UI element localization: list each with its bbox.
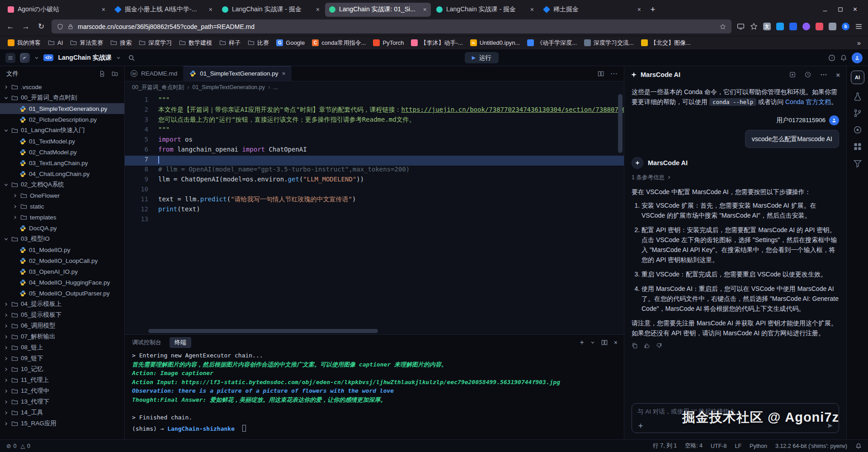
tree-item[interactable]: .vscode [0,81,124,92]
send-icon[interactable] [827,423,833,429]
bookmark-item[interactable]: 我的博客 [5,38,44,48]
minimize-icon[interactable] [822,7,828,12]
bookmark-item[interactable]: 搜索 [107,38,135,48]
flask-icon[interactable] [853,92,862,101]
tree-item[interactable]: OneFlower [0,190,124,201]
chevron-icon[interactable] [4,302,9,307]
tree-item[interactable]: 11_代理上 [0,375,124,385]
help-icon[interactable]: ? [828,54,835,62]
indentation[interactable]: 空格: 4 [685,442,703,450]
tree-item[interactable]: 09_链下 [0,353,124,364]
search-icon[interactable] [128,54,135,62]
tree-item[interactable]: 03_TextLangChain.py [0,157,124,168]
split-editor-icon[interactable] [598,71,604,77]
chevron-icon[interactable] [4,182,9,187]
chevron-down-icon[interactable] [34,56,39,60]
editor-tab[interactable]: 01_SimpleTextGeneration.py× [184,66,292,81]
chevron-icon[interactable] [4,389,9,394]
chevron-icon[interactable] [4,324,9,328]
tab-close-icon[interactable]: × [102,6,105,13]
thumbs-up-icon[interactable] [644,343,650,349]
chevron-icon[interactable] [4,421,9,426]
tree-item[interactable]: 03_模型IO [0,233,124,244]
tree-item[interactable]: 06_调用模型 [0,320,124,331]
new-file-icon[interactable] [99,71,105,77]
browser-tab[interactable]: 掘金小册上线 AI练中学-...× [111,3,217,17]
conda-docs-link[interactable]: Conda 官方文档 [785,98,831,105]
profile-avatar[interactable]: b [842,23,849,30]
maximize-icon[interactable] [838,7,843,12]
source-control-icon[interactable] [853,109,862,118]
star-extension-icon[interactable] [750,23,758,30]
chevron-icon[interactable] [4,345,9,350]
browser-tab[interactable]: LangChain 实战课: 01_Si...× [325,3,431,17]
tab-close-icon[interactable]: × [282,70,286,77]
bookmark-item[interactable]: 算法竞赛 [67,38,106,48]
python-interpreter[interactable]: 3.12.2 64-bit ('shims': pyenv) [775,443,847,449]
browser-tab[interactable]: LangChain 实战课 - 掘金× [218,3,324,17]
tree-item[interactable]: templates [0,212,124,223]
tree-item[interactable]: 02_ChatModel.py [0,147,124,157]
menu-icon[interactable] [855,23,863,30]
tree-item[interactable]: 02_PictureDescription.py [0,114,124,125]
problems-indicator[interactable]: ⊘ 0 △ 0 [6,442,30,449]
new-folder-icon[interactable] [112,71,118,77]
breadcrumb-item[interactable]: ... [273,84,278,90]
screenshot-icon[interactable] [737,23,745,30]
user-avatar[interactable] [852,52,863,63]
history-icon[interactable] [805,71,811,78]
bookmark-item[interactable]: 【北交】图像... [638,38,694,48]
chevron-icon[interactable] [4,378,9,383]
bookmarks-overflow-icon[interactable]: » [854,39,863,47]
bookmark-item[interactable]: 深度学习 [136,38,175,48]
ai-conversation[interactable]: 这些是一些基本的 Conda 命令，它们可以帮助你管理包和环境。如果你需要更详细… [624,83,846,400]
bookmark-item[interactable]: ∞Untitled0.ipyn... [467,38,524,48]
tab-close-icon[interactable]: × [423,6,427,13]
shield-icon[interactable] [57,24,63,30]
vertical-scrollbar[interactable] [618,94,623,153]
tree-item[interactable]: 01_LangChain快速入门 [0,125,124,136]
bookmark-item[interactable]: 比赛 [245,38,272,48]
notifications-bell-icon[interactable] [855,443,862,449]
bookmark-item[interactable]: 深度学习交流... [581,38,637,48]
run-button[interactable]: ▶ 运行 [465,52,499,63]
code-editor[interactable]: 1"""2本文件是【开篇词｜带你亲证AI应用开发的"奇点"时刻】章节的配套代码，… [125,93,624,334]
bookmark-star-icon[interactable] [720,24,726,30]
tree-item[interactable]: 05_提示模板下 [0,309,124,320]
new-tab-button[interactable]: + [646,3,659,16]
bookmark-item[interactable]: 样子 [216,38,244,48]
terminal-dropdown-icon[interactable] [590,340,595,345]
bookmark-item[interactable]: PyTorch [370,38,407,48]
chevron-icon[interactable] [13,193,18,198]
grid-icon[interactable] [853,142,862,151]
tree-item[interactable]: 00_开篇词_奇点时刻 [0,92,124,103]
marscode-ide-logo[interactable] [20,53,30,63]
thumbs-down-icon[interactable] [656,343,662,349]
tree-item[interactable]: 13_代理下 [0,396,124,407]
more-actions-icon[interactable]: ⋯ [610,69,618,78]
tab-close-icon[interactable]: × [209,6,212,13]
url-bar[interactable]: marscode.cn/course/36l5j80862r545?code_p… [52,19,731,33]
tab-close-icon[interactable]: × [637,6,641,13]
bookmark-item[interactable]: 数学建模 [176,38,215,48]
terminal-output[interactable]: > Entering new AgentExecutor chain...首先需… [125,350,624,439]
filter-icon[interactable] [853,159,862,168]
puzzle-icon[interactable] [829,23,836,30]
split-terminal-icon[interactable] [601,339,608,346]
tab-close-icon[interactable]: × [316,6,320,13]
tree-item[interactable]: 02_ModelIO_LoopCall.py [0,255,124,266]
language-mode[interactable]: Python [750,443,767,449]
tree-item[interactable]: 12_代理中 [0,385,124,396]
close-window-icon[interactable]: × [853,5,857,14]
chevron-icon[interactable] [4,237,9,242]
bookmark-item[interactable]: AI [45,38,66,48]
bookmark-item[interactable]: 《动手学深度... [524,38,580,48]
ai-assistant-icon[interactable]: AI [851,71,864,84]
tree-item[interactable]: 04_提示模板上 [0,299,124,309]
chevron-icon[interactable] [4,128,9,133]
close-panel-icon[interactable]: × [614,339,618,346]
tree-item[interactable]: 04_ChatLongChain.py [0,168,124,179]
tree-item[interactable]: 05_ModelIO_OutputParser.py [0,288,124,299]
chevron-icon[interactable] [4,334,9,339]
tree-item[interactable]: 14_工具 [0,407,124,418]
